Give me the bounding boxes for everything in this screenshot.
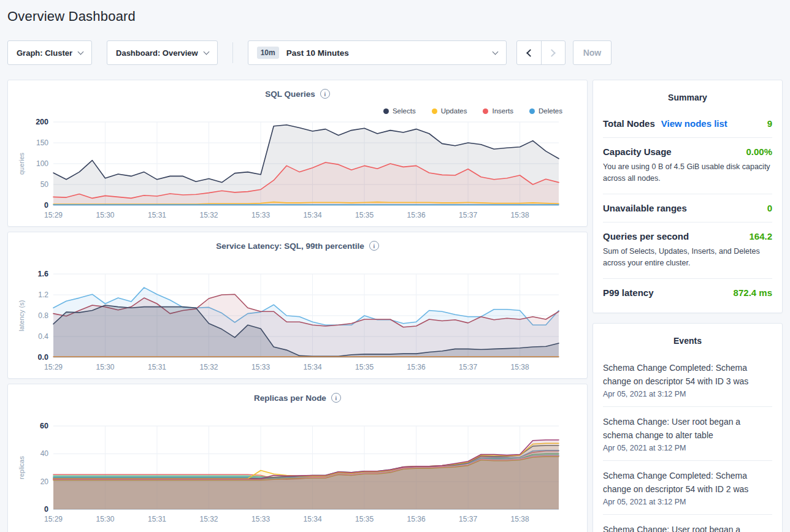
svg-text:15:31: 15:31	[148, 211, 166, 219]
info-icon[interactable]: i	[331, 393, 341, 403]
qps-label: Queries per second	[603, 231, 689, 241]
svg-text:15:29: 15:29	[44, 363, 63, 371]
legend-label: Deletes	[539, 107, 562, 115]
chart-title-text: Replicas per Node	[254, 393, 326, 403]
svg-text:15:36: 15:36	[407, 211, 426, 219]
svg-text:15:33: 15:33	[251, 515, 270, 523]
summary-panel: Summary Total Nodes View nodes list 9 Ca…	[592, 80, 783, 313]
chevron-left-icon	[526, 49, 534, 57]
replicas-per-node-chart[interactable]: 020406015:2915:3015:3115:3215:3315:3415:…	[15, 419, 577, 529]
event-text: Schema Change: User root began a schema …	[603, 415, 772, 442]
time-range-label: Past 10 Minutes	[286, 48, 349, 58]
summary-title: Summary	[603, 89, 772, 110]
charts-column: SQL Queries i SelectsUpdatesInsertsDelet…	[7, 80, 588, 532]
svg-text:15:32: 15:32	[200, 211, 218, 219]
time-back-button[interactable]	[517, 41, 541, 64]
svg-text:15:37: 15:37	[459, 211, 477, 219]
now-button[interactable]: Now	[573, 40, 612, 65]
legend-item-updates[interactable]: Updates	[432, 107, 467, 115]
time-range-badge: 10m	[257, 47, 279, 59]
svg-text:50: 50	[40, 180, 49, 189]
event-timestamp: Apr 05, 2021 at 3:12 PM	[603, 390, 772, 398]
toolbar: Graph: Cluster Dashboard: Overview 10m P…	[7, 40, 783, 65]
legend-item-selects[interactable]: Selects	[383, 107, 416, 115]
svg-text:0.8: 0.8	[38, 311, 48, 320]
info-icon[interactable]: i	[369, 241, 379, 251]
graph-dropdown[interactable]: Graph: Cluster	[7, 40, 92, 65]
svg-text:100: 100	[36, 159, 48, 168]
svg-text:1.2: 1.2	[38, 291, 48, 299]
time-range-picker[interactable]: 10m Past 10 Minutes	[248, 40, 507, 65]
summary-row-capacity: Capacity Usage 0.00% You are using 0 B o…	[603, 138, 772, 194]
chevron-down-icon	[78, 48, 84, 55]
chart-title: Replicas per Node i	[8, 393, 587, 403]
event-item: Schema Change: User root began a schema …	[603, 514, 772, 532]
event-text: Schema Change Completed: Schema change o…	[603, 469, 772, 496]
svg-text:15:34: 15:34	[304, 363, 322, 371]
svg-text:60: 60	[40, 422, 48, 430]
replicas-per-node-chart-card: Replicas per Node i 020406015:2915:3015:…	[7, 384, 588, 532]
svg-text:15:37: 15:37	[459, 515, 477, 523]
event-item: Schema Change Completed: Schema change o…	[603, 353, 772, 406]
chevron-right-icon	[548, 49, 556, 57]
time-forward-button[interactable]	[541, 41, 565, 64]
svg-text:15:34: 15:34	[304, 211, 322, 219]
event-item: Schema Change: User root began a schema …	[603, 406, 772, 460]
summary-row-qps: Queries per second 164.2 Sum of Selects,…	[603, 222, 772, 279]
svg-text:latency (s): latency (s)	[18, 300, 25, 332]
svg-text:0.0: 0.0	[38, 353, 48, 362]
chart-title: SQL Queries i	[8, 89, 587, 99]
sql-queries-chart[interactable]: 05010015020015:2915:3015:3115:3215:3315:…	[15, 115, 577, 225]
dashboard-dropdown[interactable]: Dashboard: Overview	[107, 40, 218, 65]
view-nodes-list-link[interactable]: View nodes list	[661, 118, 727, 129]
legend-item-inserts[interactable]: Inserts	[483, 107, 513, 115]
event-item: Schema Change Completed: Schema change o…	[603, 460, 772, 514]
chart-title-text: Service Latency: SQL, 99th percentile	[216, 241, 364, 251]
chart-title: Service Latency: SQL, 99th percentile i	[8, 241, 587, 251]
capacity-usage-desc: You are using 0 B of 4.5 GiB usable disk…	[603, 161, 772, 185]
svg-text:200: 200	[36, 118, 48, 126]
events-title: Events	[603, 332, 772, 353]
info-icon[interactable]: i	[320, 89, 330, 99]
event-timestamp: Apr 05, 2021 at 3:12 PM	[603, 444, 772, 452]
svg-text:queries: queries	[18, 152, 25, 175]
events-panel: Events Schema Change Completed: Schema c…	[592, 323, 783, 532]
summary-row-p99: P99 latency 872.4 ms	[603, 279, 772, 306]
p99-latency-label: P99 latency	[603, 287, 654, 298]
capacity-usage-value: 0.00%	[746, 146, 772, 157]
total-nodes-value: 9	[767, 118, 772, 129]
chevron-down-icon	[492, 48, 498, 55]
legend-item-deletes[interactable]: Deletes	[529, 107, 562, 115]
svg-text:15:32: 15:32	[200, 363, 218, 371]
total-nodes-label: Total Nodes	[603, 118, 655, 129]
svg-text:150: 150	[36, 139, 48, 147]
unavailable-ranges-label: Unavailable ranges	[603, 203, 687, 213]
legend-dot-icon	[483, 108, 488, 114]
svg-text:15:31: 15:31	[148, 515, 166, 523]
chart-title-text: SQL Queries	[265, 89, 315, 99]
sql-legend: SelectsUpdatesInsertsDeletes	[383, 107, 562, 115]
svg-text:15:34: 15:34	[304, 515, 322, 523]
legend-label: Updates	[441, 107, 467, 115]
svg-text:15:38: 15:38	[511, 515, 529, 523]
events-list: Schema Change Completed: Schema change o…	[603, 353, 772, 532]
legend-dot-icon	[529, 108, 535, 114]
svg-text:15:36: 15:36	[407, 363, 426, 371]
service-latency-chart[interactable]: 0.00.40.81.21.615:2915:3015:3115:3215:33…	[15, 267, 577, 377]
svg-text:15:32: 15:32	[200, 515, 218, 523]
qps-value: 164.2	[749, 231, 772, 241]
svg-text:15:38: 15:38	[511, 363, 529, 371]
summary-row-unavailable: Unavailable ranges 0	[603, 194, 772, 222]
svg-text:15:29: 15:29	[44, 515, 63, 523]
svg-text:15:35: 15:35	[355, 363, 374, 371]
svg-text:15:35: 15:35	[355, 211, 374, 219]
time-step-buttons	[516, 40, 566, 65]
now-button-label: Now	[583, 48, 602, 58]
svg-text:0: 0	[44, 201, 48, 210]
legend-dot-icon	[383, 108, 389, 114]
sql-queries-chart-card: SQL Queries i SelectsUpdatesInsertsDelet…	[7, 80, 588, 227]
svg-text:15:38: 15:38	[511, 211, 529, 219]
svg-text:replicas: replicas	[18, 456, 25, 479]
svg-text:15:33: 15:33	[251, 211, 270, 219]
service-latency-chart-card: Service Latency: SQL, 99th percentile i …	[7, 232, 588, 379]
